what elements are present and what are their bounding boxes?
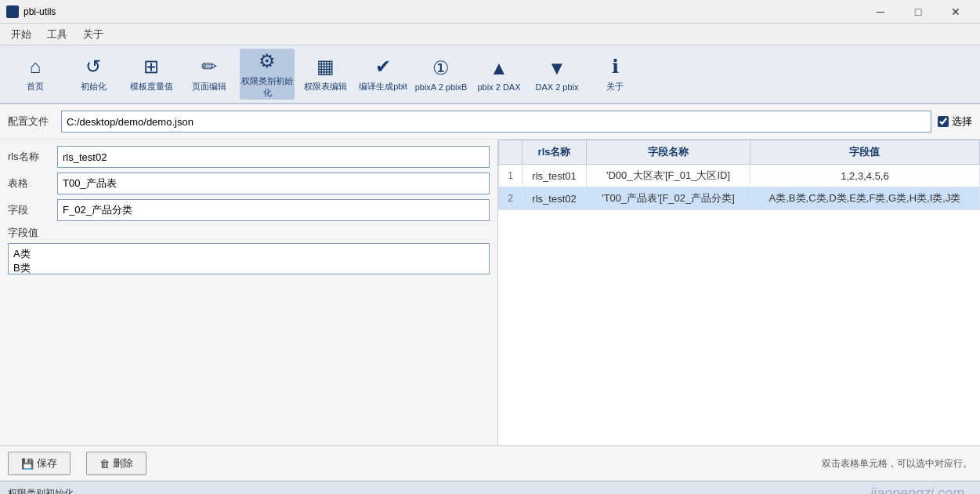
rls-name-label: rls名称 <box>8 150 51 164</box>
row2-field-value[interactable]: A类,B类,C类,D类,E类,F类,G类,H类,I类,J类 <box>750 187 979 210</box>
about-icon: ℹ <box>612 56 619 78</box>
field-row: 字段 <box>8 199 490 221</box>
toolbar-dax2pbix-label: DAX 2 pbix <box>535 82 578 92</box>
row1-field-value[interactable]: 1,2,3,4,5,6 <box>750 165 979 187</box>
row-num-2: 2 <box>499 187 523 210</box>
toolbar-rls-init-label: 权限类别初始化 <box>240 75 295 99</box>
toolbar-about-label: 关于 <box>606 81 624 93</box>
home-icon: ⌂ <box>30 56 42 78</box>
toolbar-template-label: 模板度量值 <box>130 81 173 93</box>
toolbar-page-edit-label: 页面编辑 <box>192 81 226 93</box>
col-num <box>499 140 523 165</box>
toolbar-pbixA2pbixB[interactable]: ① pbixA 2 pbixB <box>414 49 468 100</box>
pbixA2pbixB-icon: ① <box>432 57 450 79</box>
table-container: rls名称 字段名称 字段值 1 rls_test01 'D00_大区表'[F_… <box>498 140 980 445</box>
right-panel: rls名称 字段名称 字段值 1 rls_test01 'D00_大区表'[F_… <box>497 140 980 445</box>
table-row-form: 表格 <box>8 173 490 194</box>
table-input[interactable] <box>57 173 490 194</box>
row1-rls-name[interactable]: rls_test01 <box>523 165 587 187</box>
field-label: 字段 <box>8 203 51 217</box>
delete-button[interactable]: 🗑 删除 <box>86 452 146 475</box>
status-text: 权限类别初始化 <box>8 487 74 494</box>
save-icon: 💾 <box>21 458 34 470</box>
config-file-checkbox[interactable] <box>938 116 949 127</box>
field-value-area: 字段值 A类 B类 C类 D类 E类 F类 G类 H类 I类 J类 <box>8 226 490 274</box>
toolbar-template[interactable]: ⊞ 模板度量值 <box>124 49 179 100</box>
config-file-label: 配置文件 <box>8 114 55 129</box>
app-title: pbi-utils <box>24 6 56 17</box>
toolbar-pbix2dax[interactable]: ▲ pbix 2 DAX <box>472 49 526 100</box>
menu-item-tools[interactable]: 工具 <box>39 24 75 45</box>
data-table: rls名称 字段名称 字段值 1 rls_test01 'D00_大区表'[F_… <box>498 140 980 210</box>
toolbar-rls-edit-label: 权限表编辑 <box>304 81 347 93</box>
table-row[interactable]: 1 rls_test01 'D00_大区表'[F_01_大区ID] 1,2,3,… <box>499 165 980 187</box>
table-label: 表格 <box>8 176 51 191</box>
config-checkbox-area: 选择 <box>938 114 972 129</box>
config-file-row: 配置文件 选择 <box>0 104 980 140</box>
field-values-label: 字段值 <box>8 226 490 240</box>
maximize-button[interactable]: □ <box>900 0 936 24</box>
toolbar-page-edit[interactable]: ✏ 页面编辑 <box>182 49 237 100</box>
menu-item-about[interactable]: 关于 <box>75 24 111 45</box>
delete-icon: 🗑 <box>99 458 110 470</box>
col-field-name: 字段名称 <box>587 140 750 165</box>
main-content: rls名称 表格 字段 字段值 A类 B类 C类 D类 E类 F类 G类 H类 … <box>0 140 980 445</box>
col-field-value: 字段值 <box>750 140 979 165</box>
minimize-button[interactable]: ─ <box>862 0 899 24</box>
toolbar-compile[interactable]: ✔ 编译生成pbit <box>356 49 410 100</box>
table-row[interactable]: 2 rls_test02 'T00_产品表'[F_02_产品分类] A类,B类,… <box>499 187 980 210</box>
delete-label: 删除 <box>113 456 133 470</box>
left-panel: rls名称 表格 字段 字段值 A类 B类 C类 D类 E类 F类 G类 H类 … <box>0 140 497 445</box>
save-button[interactable]: 💾 保存 <box>8 452 71 475</box>
title-controls: ─ □ ✕ <box>862 0 974 24</box>
rls-name-input[interactable] <box>57 146 490 168</box>
rls-init-icon: ⚙ <box>259 50 276 72</box>
rls-name-row: rls名称 <box>8 146 490 168</box>
row2-field-name[interactable]: 'T00_产品表'[F_02_产品分类] <box>587 187 750 210</box>
close-button[interactable]: ✕ <box>938 0 974 24</box>
save-label: 保存 <box>37 456 57 470</box>
toolbar-rls-edit[interactable]: ▦ 权限表编辑 <box>298 49 353 100</box>
status-bar: 权限类别初始化 jiaopengzi.com <box>0 481 980 494</box>
dax2pbix-icon: ▼ <box>548 57 566 79</box>
toolbar-pbix2dax-label: pbix 2 DAX <box>477 82 520 92</box>
toolbar-dax2pbix[interactable]: ▼ DAX 2 pbix <box>530 49 584 100</box>
row1-field-name[interactable]: 'D00_大区表'[F_01_大区ID] <box>587 165 750 187</box>
config-checkbox-label: 选择 <box>952 114 972 129</box>
watermark: jiaopengzi.com <box>870 485 972 494</box>
title-bar: pbi-utils ─ □ ✕ <box>0 0 980 24</box>
field-input[interactable] <box>57 199 490 221</box>
toolbar-about[interactable]: ℹ 关于 <box>588 49 642 100</box>
page-edit-icon: ✏ <box>201 56 217 78</box>
toolbar-home-label: 首页 <box>27 81 44 93</box>
toolbar-home[interactable]: ⌂ 首页 <box>8 49 63 100</box>
title-bar-left: pbi-utils <box>6 5 56 18</box>
init-icon: ↺ <box>85 56 101 78</box>
row2-rls-name[interactable]: rls_test02 <box>523 187 587 210</box>
toolbar-pbixA2pbixB-label: pbixA 2 pbixB <box>415 82 468 92</box>
toolbar-init-label: 初始化 <box>81 81 107 93</box>
col-rls-name: rls名称 <box>523 140 587 165</box>
pbix2dax-icon: ▲ <box>490 57 508 79</box>
toolbar: ⌂ 首页 ↺ 初始化 ⊞ 模板度量值 ✏ 页面编辑 ⚙ 权限类别初始化 ▦ 权限… <box>0 45 980 104</box>
menu-bar: 开始 工具 关于 <box>0 24 980 45</box>
template-icon: ⊞ <box>143 56 159 78</box>
compile-icon: ✔ <box>375 56 391 78</box>
toolbar-init[interactable]: ↺ 初始化 <box>66 49 121 100</box>
row-num-1: 1 <box>499 165 523 187</box>
field-values-textarea[interactable]: A类 B类 C类 D类 E类 F类 G类 H类 I类 J类 <box>8 243 490 274</box>
config-file-input[interactable] <box>61 111 931 133</box>
app-icon <box>6 5 19 18</box>
rls-edit-icon: ▦ <box>316 56 335 78</box>
toolbar-rls-init[interactable]: ⚙ 权限类别初始化 <box>240 49 295 100</box>
toolbar-compile-label: 编译生成pbit <box>359 81 407 93</box>
menu-item-start[interactable]: 开始 <box>3 24 39 45</box>
hint-text: 双击表格单元格，可以选中对应行。 <box>822 457 972 470</box>
bottom-action-bar: 💾 保存 🗑 删除 双击表格单元格，可以选中对应行。 <box>0 445 980 481</box>
